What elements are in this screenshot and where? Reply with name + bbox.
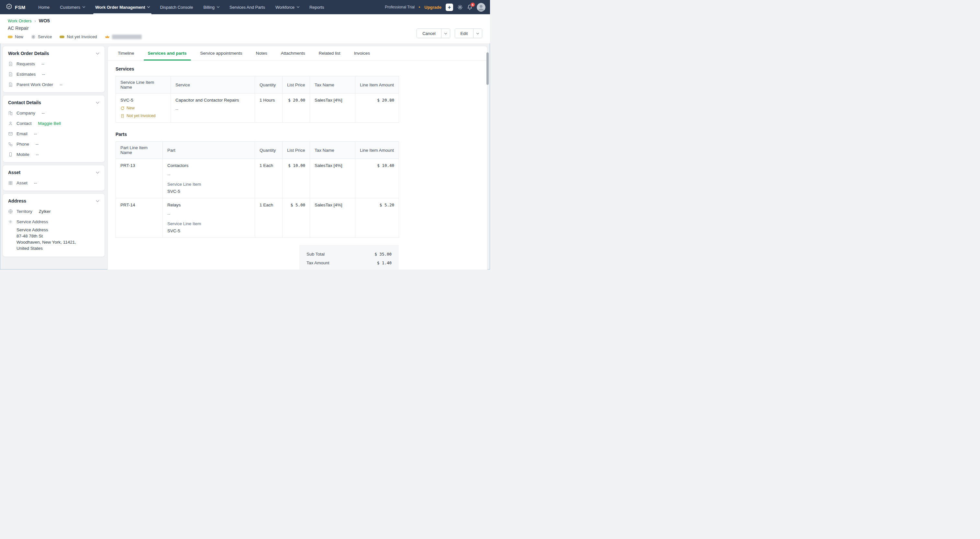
service-line-item-ref: SVC-5	[167, 189, 250, 194]
breadcrumb-work-orders-link[interactable]: Work Orders	[8, 18, 32, 23]
collapse-chevron-icon[interactable]	[96, 51, 99, 55]
nav-workforce[interactable]: Workforce	[270, 0, 304, 14]
mobile-icon	[8, 152, 13, 157]
status-dot-icon	[8, 36, 13, 38]
subtotal-row: Sub Total $ 35.00	[307, 250, 391, 259]
collapse-chevron-icon[interactable]	[96, 170, 99, 174]
separator-dot	[419, 6, 420, 8]
part-tax-name: SalesTax [4%]	[310, 198, 355, 238]
part-name: Relays	[167, 202, 250, 207]
address-card: Address Territory Zylker Service Address…	[3, 194, 105, 257]
service-line-item-ref: SVC-5	[167, 228, 250, 233]
scrollbar-thumb[interactable]	[487, 52, 489, 85]
app-window: { "brand": { "name": "FSM" }, "nav": { "…	[0, 0, 490, 269]
requests-icon	[8, 62, 13, 66]
part-row-prt-13[interactable]: PRT-13 Contactors -- Service Line Item S…	[116, 159, 399, 198]
record-header-left: Work Orders › WO5 AC Repair New Service …	[8, 18, 142, 39]
invoice-status-badge: Not yet Invoiced	[60, 34, 97, 39]
estimates-icon	[8, 72, 13, 77]
parts-table: Part Line Item Name Part Quantity List P…	[116, 142, 399, 238]
field-requests: Requests --	[8, 62, 99, 66]
field-parent-work-order: Parent Work Order --	[8, 82, 99, 87]
owner-chip	[105, 34, 142, 39]
tab-related-list[interactable]: Related list	[312, 46, 347, 60]
part-list-price: $ 5.00	[283, 198, 310, 238]
col-tax-name: Tax Name	[310, 76, 355, 94]
service-address-icon	[8, 219, 13, 224]
avatar[interactable]	[477, 3, 485, 12]
nav-home[interactable]: Home	[33, 0, 55, 14]
tab-content: Services Service Line Item Name Service …	[108, 60, 487, 269]
notifications-bell-icon[interactable]: 5	[467, 5, 473, 10]
parent-work-order-icon	[8, 82, 13, 87]
contact-link[interactable]: Maggie Bell	[38, 121, 61, 126]
content-area: Work Order Details Requests -- Estimates…	[0, 43, 490, 269]
part-tax-name: SalesTax [4%]	[310, 159, 355, 198]
fsm-logo[interactable]: FSM	[5, 0, 29, 14]
service-line-item-label: Service Line Item	[167, 182, 250, 187]
edit-split-button: Edit	[455, 29, 482, 38]
line-item-invoice-status: Not yet Invoiced	[120, 114, 166, 118]
status-badge-new: New	[8, 34, 23, 39]
tab-attachments[interactable]: Attachments	[274, 46, 312, 60]
edit-dropdown-toggle[interactable]	[473, 29, 482, 38]
work-order-main-panel: Timeline Services and parts Service appo…	[107, 46, 487, 269]
part-name: Contactors	[167, 163, 250, 168]
nav-right: Professional Trial Upgrade + 5	[385, 0, 485, 14]
tab-service-appointments[interactable]: Service appointments	[194, 46, 249, 60]
refresh-icon	[120, 106, 125, 110]
services-table: Service Line Item Name Service Quantity …	[116, 76, 399, 122]
collapse-chevron-icon[interactable]	[96, 101, 99, 104]
service-row-svc-5[interactable]: SVC-5 New Not yet Invoiced	[116, 94, 399, 122]
cancel-dropdown-toggle[interactable]	[441, 29, 450, 38]
work-order-type: Service	[31, 34, 52, 39]
nav-customers[interactable]: Customers	[55, 0, 90, 14]
service-name: Capacitor and Contactor Repairs	[175, 98, 250, 103]
chevron-down-icon	[83, 5, 85, 8]
nav-reports[interactable]: Reports	[304, 0, 329, 14]
tab-notes[interactable]: Notes	[249, 46, 274, 60]
nav-work-order-management[interactable]: Work Order Management	[90, 0, 155, 14]
discount-row: Discount $ 0.00	[307, 267, 391, 269]
plan-label: Professional Trial	[385, 5, 415, 10]
cancel-button[interactable]: Cancel	[417, 29, 441, 38]
brand-name: FSM	[15, 5, 25, 10]
field-mobile: Mobile --	[8, 152, 99, 157]
tab-timeline[interactable]: Timeline	[111, 46, 141, 60]
details-sidebar: Work Order Details Requests -- Estimates…	[3, 46, 105, 257]
part-list-price: $ 10.00	[283, 159, 310, 198]
record-title: AC Repair	[8, 25, 142, 31]
services-section-title: Services	[116, 66, 399, 72]
part-quantity: 1 Each	[255, 159, 283, 198]
part-row-prt-14[interactable]: PRT-14 Relays -- Service Line Item SVC-5…	[116, 198, 399, 238]
services-header-row: Service Line Item Name Service Quantity …	[116, 76, 399, 94]
card-title: Contact Details	[8, 100, 41, 105]
edit-button[interactable]: Edit	[455, 29, 473, 38]
service-list-price: $ 20.00	[283, 94, 310, 122]
tab-services-and-parts[interactable]: Services and parts	[141, 46, 194, 60]
breadcrumb: Work Orders › WO5	[8, 18, 142, 23]
collapse-chevron-icon[interactable]	[96, 199, 99, 202]
upgrade-link[interactable]: Upgrade	[424, 5, 441, 10]
nav-dispatch-console[interactable]: Dispatch Console	[155, 0, 198, 14]
col-quantity: Quantity	[255, 76, 283, 94]
scrollbar-track[interactable]	[487, 49, 489, 268]
company-icon	[8, 111, 13, 116]
cancel-split-button: Cancel	[417, 29, 450, 38]
part-quantity: 1 Each	[255, 198, 283, 238]
tab-invoices[interactable]: Invoices	[347, 46, 377, 60]
part-description: --	[167, 211, 250, 216]
settings-icon[interactable]	[457, 5, 463, 10]
card-title: Address	[8, 198, 26, 204]
top-navbar: FSM Home Customers Work Order Management…	[0, 0, 490, 14]
quick-add-button[interactable]: +	[445, 3, 453, 11]
part-line-item-amount: $ 5.20	[355, 198, 399, 238]
record-header: Work Orders › WO5 AC Repair New Service …	[0, 14, 490, 43]
field-territory: Territory Zylker	[8, 209, 99, 214]
tab-bar: Timeline Services and parts Service appo…	[108, 46, 487, 60]
nav-services-and-parts[interactable]: Services And Parts	[224, 0, 270, 14]
field-service-address: Service Address	[8, 219, 99, 224]
nav-billing[interactable]: Billing	[198, 0, 224, 14]
chevron-down-icon	[217, 5, 220, 8]
col-line-item-amount: Line Item Amount	[355, 76, 399, 94]
